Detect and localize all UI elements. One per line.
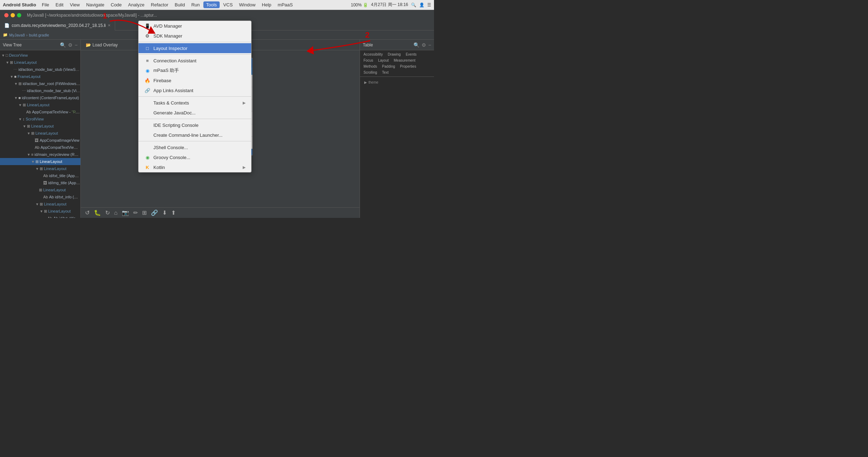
- menu-item-ide-scripting[interactable]: IDE Scripting Console: [139, 120, 251, 130]
- tree-item-imageview-1[interactable]: ▶ 🖼 AppCompatImageView: [0, 137, 80, 144]
- tree-item-actionbar-stub2[interactable]: ▶ ⋯ id/action_mode_bar_stub (ViewStubCom…: [0, 87, 80, 94]
- menu-run[interactable]: Run: [188, 1, 203, 8]
- tree-item-linearlayout-2[interactable]: ▼ ⊞ LinearLayout: [0, 101, 80, 108]
- layout-icon: ⊞: [10, 60, 13, 65]
- app-links-icon: 🔗: [144, 88, 151, 93]
- tab-text[interactable]: Text: [380, 70, 390, 75]
- download-icon[interactable]: ⬇: [161, 209, 168, 217]
- close-button[interactable]: [4, 13, 9, 17]
- tree-item-img-title-1[interactable]: ▶ 🖼 id/img_title (AppComp: [0, 179, 80, 186]
- home-icon[interactable]: ⌂: [113, 209, 119, 217]
- user-icon[interactable]: 👤: [419, 2, 424, 7]
- maximize-button[interactable]: [17, 13, 21, 17]
- tab-scrolling[interactable]: Scrolling: [361, 70, 379, 75]
- layout-icon: ⊞: [18, 81, 22, 86]
- tree-item-textview-2[interactable]: ▶ Ab AppCompatTextView - "航: [0, 144, 80, 151]
- tab-properties[interactable]: Properties: [398, 64, 418, 69]
- refresh-icon[interactable]: ↻: [104, 209, 111, 217]
- menu-icon[interactable]: ☰: [427, 2, 431, 7]
- tree-item-textview-1[interactable]: ▶ Ab AppCompatTextView - "RecyclerVie: [0, 108, 80, 115]
- tab-measurement[interactable]: Measurement: [391, 58, 417, 63]
- tab-main[interactable]: 📄 com.davis.recyclerviewdemo_2020.04.27_…: [0, 21, 115, 30]
- tools-dropdown-menu[interactable]: 📱 AVD Manager ⚙ SDK Manager □ Layout Ins…: [138, 21, 252, 173]
- tab-drawing[interactable]: Drawing: [385, 52, 403, 57]
- tree-item-ll-inner2[interactable]: ▶ ⊞ LinearLayout: [0, 186, 80, 193]
- menu-item-kotlin[interactable]: K Kotlin ▶: [139, 162, 251, 172]
- menu-tools[interactable]: Tools: [203, 1, 220, 8]
- tree-item-linearlayout-selected[interactable]: ▼ ⊞ LinearLayout: [0, 158, 80, 165]
- tree-item-txt-info-1[interactable]: ▶ Ab Ab id/txt_info (AppComp: [0, 193, 80, 201]
- tree-item-txt-title-2[interactable]: ▶ Ab Ab id/txt_title (AppComp: [0, 215, 80, 218]
- tree-item-txt-title-1[interactable]: ▶ Ab id/txt_title (AppComp: [0, 172, 80, 179]
- kotlin-submenu-arrow: ▶: [243, 165, 246, 170]
- menu-item-app-links[interactable]: 🔗 App Links Assistant: [139, 85, 251, 95]
- menu-item-jshell[interactable]: JShell Console...: [139, 142, 251, 152]
- tab-focus[interactable]: Focus: [361, 58, 375, 63]
- tree-item-linearlayout-3[interactable]: ▼ ⊞ LinearLayout: [0, 123, 80, 130]
- edit-icon[interactable]: ✏: [132, 209, 139, 217]
- ide-scripting-label: IDE Scripting Console: [153, 123, 198, 128]
- minimize-panel-icon[interactable]: −: [428, 42, 431, 48]
- menu-refactor[interactable]: Refactor: [148, 1, 171, 8]
- search-icon[interactable]: 🔍: [413, 42, 419, 48]
- theme-section-title[interactable]: ▶ theme: [363, 80, 431, 85]
- load-overlay-button[interactable]: 📂 Load Overlay: [84, 42, 120, 48]
- tree-label: id/action_mode_bar_stub (ViewStubComp: [27, 89, 80, 93]
- menu-analyze[interactable]: Analyze: [125, 1, 147, 8]
- menu-help[interactable]: Help: [259, 1, 274, 8]
- settings-icon[interactable]: ⚙: [422, 42, 426, 48]
- bug-icon[interactable]: 🐛: [92, 209, 102, 217]
- menu-item-sdk-manager[interactable]: ⚙ SDK Manager: [139, 31, 251, 41]
- search-icon[interactable]: 🔍: [60, 42, 66, 48]
- menu-build[interactable]: Build: [172, 1, 188, 8]
- tree-item-ll-inner1[interactable]: ▼ ⊞ LinearLayout: [0, 165, 80, 172]
- tree-item-actionbar-root[interactable]: ▼ ⊞ id/action_bar_root (FitWindowsLinear…: [0, 80, 80, 87]
- tree-item-decorview[interactable]: ▼ □ DecorView: [0, 52, 80, 59]
- tab-layout[interactable]: Layout: [376, 58, 391, 63]
- tab-accessibility[interactable]: Accessibility: [361, 52, 385, 57]
- menu-item-connection-assistant[interactable]: ≡ Connection Assistant: [139, 56, 251, 66]
- tree-item-linearlayout-4[interactable]: ▼ ⊞ LinearLayout: [0, 130, 80, 137]
- tree-item-scrollview[interactable]: ▼ ↕ ScrollView: [0, 115, 80, 123]
- search-icon[interactable]: 🔍: [411, 2, 416, 7]
- menu-item-layout-inspector[interactable]: □ Layout Inspector: [139, 43, 251, 53]
- upload-icon[interactable]: ⬆: [170, 209, 177, 217]
- link-icon[interactable]: 🔗: [150, 209, 159, 217]
- traffic-lights: [4, 13, 21, 17]
- tree-item-actionbar-stub[interactable]: ▶ ⋯ id/action_mode_bar_stub (ViewStub): [0, 66, 80, 73]
- menu-item-groovy[interactable]: ◉ Groovy Console...: [139, 152, 251, 162]
- menu-window[interactable]: Window: [236, 1, 258, 8]
- tree-item-ll-inner3[interactable]: ▼ ⊞ LinearLayout: [0, 201, 80, 208]
- minimize-button[interactable]: [11, 13, 15, 17]
- menu-item-avd-manager[interactable]: 📱 AVD Manager: [139, 21, 251, 31]
- rotate-icon[interactable]: ↺: [84, 209, 91, 217]
- menu-edit[interactable]: Edit: [53, 1, 66, 8]
- menu-item-firebase[interactable]: 🔥 Firebase: [139, 75, 251, 85]
- menu-item-tasks[interactable]: Tasks & Contexts ▶: [139, 98, 251, 108]
- tree-item-content[interactable]: ▼ ■ id/content (ContentFrameLayout): [0, 94, 80, 101]
- tree-item-ll-inner4[interactable]: ▼ ⊞ LinearLayout: [0, 208, 80, 215]
- menu-code[interactable]: Code: [108, 1, 125, 8]
- tree-item-framelayout[interactable]: ▼ ■ FrameLayout: [0, 73, 80, 80]
- tab-close-button[interactable]: ✕: [108, 23, 111, 27]
- tree-item-linearlayout-1[interactable]: ▼ ⊞ LinearLayout: [0, 59, 80, 66]
- settings-icon[interactable]: ⚙: [68, 42, 73, 48]
- menu-item-cmdline[interactable]: Create Command-line Launcher...: [139, 130, 251, 140]
- menu-vcs[interactable]: VCS: [220, 1, 236, 8]
- grid-icon[interactable]: ⊞: [141, 209, 148, 217]
- breadcrumb-project: MyJava8: [9, 33, 25, 37]
- tree-item-recycler[interactable]: ▼ ≡ id/main_recycleview (RecyclerV': [0, 151, 80, 158]
- connection-icon: ≡: [144, 58, 151, 63]
- menu-navigate[interactable]: Navigate: [83, 1, 107, 8]
- menu-item-mpaas[interactable]: ◉ mPaaS 助手: [139, 66, 251, 75]
- menu-file[interactable]: File: [39, 1, 52, 8]
- tree-label: id/action_bar_root (FitWindowsLinearLayo…: [23, 81, 80, 86]
- minimize-panel-icon[interactable]: −: [75, 42, 78, 48]
- tab-methods[interactable]: Methods: [361, 64, 379, 69]
- tab-padding[interactable]: Padding: [380, 64, 397, 69]
- menu-item-javadoc[interactable]: Generate JavaDoc...: [139, 108, 251, 118]
- menu-view[interactable]: View: [67, 1, 83, 8]
- menu-mpaas[interactable]: mPaaS: [275, 1, 296, 8]
- capture-icon[interactable]: 📷: [120, 209, 130, 217]
- tab-events[interactable]: Events: [404, 52, 419, 57]
